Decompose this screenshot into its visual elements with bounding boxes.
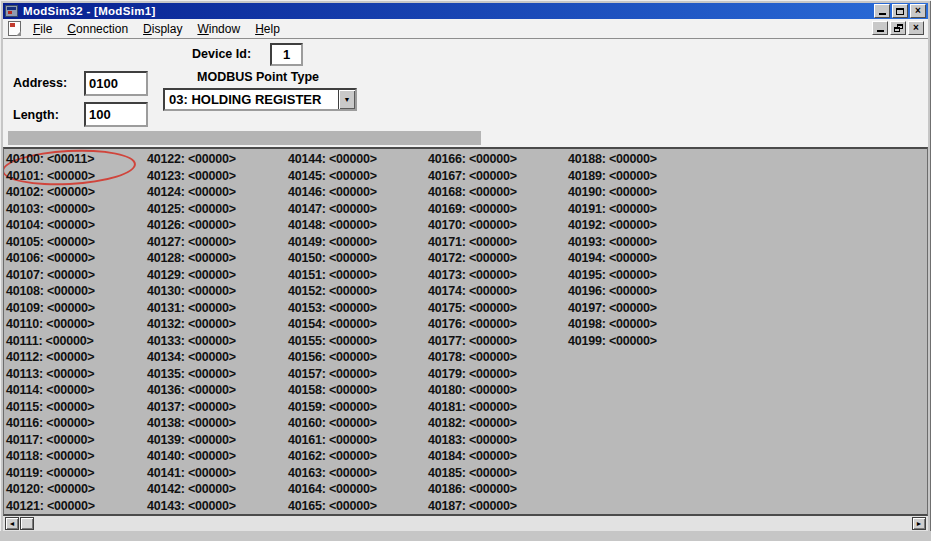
register-cell[interactable]: 40129: <00000> (147, 267, 236, 284)
point-type-dropdown[interactable]: 03: HOLDING REGISTER ▼ (163, 88, 357, 111)
address-input[interactable] (86, 73, 146, 94)
maximize-button[interactable] (892, 4, 908, 18)
mdi-restore-button[interactable] (890, 21, 906, 35)
register-cell[interactable]: 40116: <00000> (6, 415, 95, 432)
register-cell[interactable]: 40179: <00000> (428, 366, 517, 383)
register-cell[interactable]: 40128: <00000> (147, 250, 236, 267)
register-cell[interactable]: 40190: <00000> (568, 184, 657, 201)
register-cell[interactable]: 40199: <00000> (568, 333, 657, 350)
register-cell[interactable]: 40153: <00000> (288, 300, 377, 317)
register-cell[interactable]: 40157: <00000> (288, 366, 377, 383)
register-cell[interactable]: 40152: <00000> (288, 283, 377, 300)
dropdown-arrow-button[interactable]: ▼ (338, 90, 355, 109)
register-cell[interactable]: 40137: <00000> (147, 399, 236, 416)
register-cell[interactable]: 40133: <00000> (147, 333, 236, 350)
register-cell[interactable]: 40100: <00011> (6, 151, 95, 168)
register-cell[interactable]: 40172: <00000> (428, 250, 517, 267)
register-cell[interactable]: 40125: <00000> (147, 201, 236, 218)
register-cell[interactable]: 40126: <00000> (147, 217, 236, 234)
menu-item-file[interactable]: File (27, 19, 58, 38)
register-cell[interactable]: 40134: <00000> (147, 349, 236, 366)
register-cell[interactable]: 40114: <00000> (6, 382, 95, 399)
register-cell[interactable]: 40113: <00000> (6, 366, 95, 383)
document-icon[interactable] (8, 21, 21, 36)
register-cell[interactable]: 40198: <00000> (568, 316, 657, 333)
register-cell[interactable]: 40106: <00000> (6, 250, 95, 267)
register-cell[interactable]: 40102: <00000> (6, 184, 95, 201)
register-cell[interactable]: 40121: <00000> (6, 498, 95, 515)
register-cell[interactable]: 40143: <00000> (147, 498, 236, 515)
register-cell[interactable]: 40123: <00000> (147, 168, 236, 185)
register-cell[interactable]: 40167: <00000> (428, 168, 517, 185)
register-cell[interactable]: 40108: <00000> (6, 283, 95, 300)
scroll-right-button[interactable]: ► (912, 517, 926, 530)
register-cell[interactable]: 40174: <00000> (428, 283, 517, 300)
scrollbar-thumb[interactable] (20, 517, 34, 530)
menu-item-connection[interactable]: Connection (61, 19, 134, 38)
register-cell[interactable]: 40194: <00000> (568, 250, 657, 267)
minimize-button[interactable] (874, 4, 890, 18)
mdi-minimize-button[interactable] (872, 21, 888, 35)
menu-item-display[interactable]: Display (137, 19, 188, 38)
register-cell[interactable]: 40122: <00000> (147, 151, 236, 168)
register-cell[interactable]: 40115: <00000> (6, 399, 95, 416)
register-cell[interactable]: 40146: <00000> (288, 184, 377, 201)
register-cell[interactable]: 40139: <00000> (147, 432, 236, 449)
register-cell[interactable]: 40104: <00000> (6, 217, 95, 234)
register-cell[interactable]: 40155: <00000> (288, 333, 377, 350)
register-cell[interactable]: 40140: <00000> (147, 448, 236, 465)
register-cell[interactable]: 40189: <00000> (568, 168, 657, 185)
register-cell[interactable]: 40131: <00000> (147, 300, 236, 317)
register-cell[interactable]: 40180: <00000> (428, 382, 517, 399)
register-cell[interactable]: 40197: <00000> (568, 300, 657, 317)
register-cell[interactable]: 40181: <00000> (428, 399, 517, 416)
register-cell[interactable]: 40145: <00000> (288, 168, 377, 185)
register-cell[interactable]: 40183: <00000> (428, 432, 517, 449)
menu-item-window[interactable]: Window (191, 19, 246, 38)
close-button[interactable]: × (910, 4, 926, 18)
register-cell[interactable]: 40105: <00000> (6, 234, 95, 251)
register-cell[interactable]: 40193: <00000> (568, 234, 657, 251)
register-cell[interactable]: 40103: <00000> (6, 201, 95, 218)
register-cell[interactable]: 40154: <00000> (288, 316, 377, 333)
register-cell[interactable]: 40176: <00000> (428, 316, 517, 333)
register-cell[interactable]: 40117: <00000> (6, 432, 95, 449)
device-id-input[interactable] (272, 45, 301, 64)
scroll-left-button[interactable]: ◄ (5, 517, 19, 530)
length-input[interactable] (86, 104, 146, 125)
register-cell[interactable]: 40111: <00000> (6, 333, 95, 350)
register-cell[interactable]: 40187: <00000> (428, 498, 517, 515)
register-cell[interactable]: 40119: <00000> (6, 465, 95, 482)
register-cell[interactable]: 40163: <00000> (288, 465, 377, 482)
register-cell[interactable]: 40182: <00000> (428, 415, 517, 432)
register-cell[interactable]: 40127: <00000> (147, 234, 236, 251)
register-cell[interactable]: 40158: <00000> (288, 382, 377, 399)
register-cell[interactable]: 40150: <00000> (288, 250, 377, 267)
register-cell[interactable]: 40164: <00000> (288, 481, 377, 498)
mdi-close-button[interactable]: × (908, 21, 924, 35)
register-cell[interactable]: 40107: <00000> (6, 267, 95, 284)
register-cell[interactable]: 40144: <00000> (288, 151, 377, 168)
register-cell[interactable]: 40162: <00000> (288, 448, 377, 465)
register-cell[interactable]: 40136: <00000> (147, 382, 236, 399)
register-cell[interactable]: 40192: <00000> (568, 217, 657, 234)
app-icon[interactable] (5, 5, 18, 17)
register-cell[interactable]: 40184: <00000> (428, 448, 517, 465)
register-cell[interactable]: 40109: <00000> (6, 300, 95, 317)
register-cell[interactable]: 40168: <00000> (428, 184, 517, 201)
register-cell[interactable]: 40177: <00000> (428, 333, 517, 350)
register-cell[interactable]: 40156: <00000> (288, 349, 377, 366)
register-cell[interactable]: 40142: <00000> (147, 481, 236, 498)
register-cell[interactable]: 40149: <00000> (288, 234, 377, 251)
register-cell[interactable]: 40124: <00000> (147, 184, 236, 201)
register-cell[interactable]: 40159: <00000> (288, 399, 377, 416)
register-cell[interactable]: 40148: <00000> (288, 217, 377, 234)
menu-item-help[interactable]: Help (249, 19, 286, 38)
register-cell[interactable]: 40110: <00000> (6, 316, 95, 333)
register-cell[interactable]: 40171: <00000> (428, 234, 517, 251)
register-cell[interactable]: 40147: <00000> (288, 201, 377, 218)
register-cell[interactable]: 40188: <00000> (568, 151, 657, 168)
register-cell[interactable]: 40160: <00000> (288, 415, 377, 432)
register-cell[interactable]: 40185: <00000> (428, 465, 517, 482)
register-cell[interactable]: 40118: <00000> (6, 448, 95, 465)
